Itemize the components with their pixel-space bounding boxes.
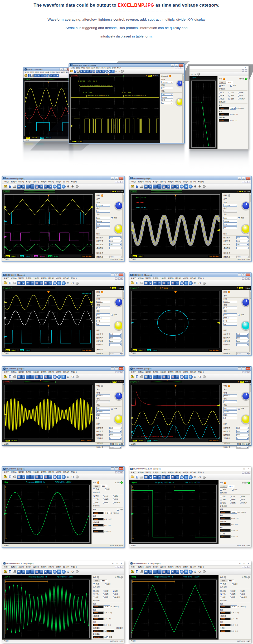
rise-edge-icon[interactable]: ∏ xyxy=(30,281,34,285)
rise-edge-icon[interactable]: ∏ xyxy=(157,570,161,574)
minimize-button[interactable]: – xyxy=(235,67,239,69)
bus-decode-plot[interactable]: ID 1234 BC DATA 01 EF12EFABCD EFF 8 - 88… xyxy=(70,77,159,140)
radio-button[interactable] xyxy=(93,590,95,592)
radio-option[interactable]: 正弦 xyxy=(220,495,230,498)
menu-item[interactable]: 设置(S) xyxy=(18,471,24,473)
channel-badge[interactable]: CH4~ 5.00V xyxy=(47,255,59,257)
radio-button[interactable] xyxy=(103,502,105,504)
trigger-mode-select[interactable]: 边沿 xyxy=(109,427,121,429)
auto-set-icon[interactable]: 16 xyxy=(180,475,184,479)
mdi-restore-button[interactable]: □ xyxy=(118,278,120,280)
mdi-minimize-button[interactable]: – xyxy=(115,471,117,473)
radio-option[interactable]: 正弦 xyxy=(93,495,103,497)
open-icon[interactable] xyxy=(25,74,27,77)
save-icon[interactable] xyxy=(135,185,139,189)
menu-item[interactable]: 视图(V) xyxy=(138,277,144,280)
maximize-button[interactable]: □ xyxy=(175,64,178,67)
pause-icon[interactable]: ‖ xyxy=(189,375,193,379)
rise-edge-icon[interactable]: ∏ xyxy=(157,185,161,189)
menu-item[interactable]: 辅助(U) xyxy=(183,471,188,474)
radio-button[interactable] xyxy=(93,495,95,497)
phase-value-field[interactable]: 0.000 xyxy=(220,529,231,532)
mdi-minimize-button[interactable]: – xyxy=(242,566,244,568)
menu-item[interactable]: 显示(D) xyxy=(40,72,44,73)
mdi-close-button[interactable]: × xyxy=(247,181,250,183)
waveform-plot[interactable] xyxy=(4,385,93,439)
vertical-scale-spinner[interactable]: 500mV xyxy=(96,317,110,319)
coupling-select[interactable]: 交流 xyxy=(96,223,110,226)
maximize-button[interactable]: □ xyxy=(115,562,119,565)
play-icon[interactable]: ▶ xyxy=(57,185,61,189)
format-select[interactable]: Y-T xyxy=(161,87,173,89)
close-button[interactable]: × xyxy=(119,177,123,180)
close-button[interactable]: × xyxy=(244,67,247,69)
pause-icon[interactable]: ‖ xyxy=(189,475,193,479)
waveform-plot[interactable] xyxy=(131,485,217,543)
edge-type-select[interactable]: - xyxy=(109,343,121,346)
rise-edge-icon[interactable]: ∏ xyxy=(30,185,34,189)
tab-dso[interactable]: DSO xyxy=(220,580,227,582)
menu-item[interactable]: 显示(D) xyxy=(26,371,31,373)
sec-div-select[interactable]: 500.0us xyxy=(223,204,237,207)
yshift-value-field[interactable]: 0.000 xyxy=(220,523,231,526)
menu-item[interactable]: 视图(V) xyxy=(30,72,34,73)
edge-type-select[interactable]: - xyxy=(236,247,249,249)
vertical-scale-spinner[interactable]: 50.0mV xyxy=(96,410,110,413)
format-select[interactable]: Y-T xyxy=(96,307,110,309)
print-icon[interactable] xyxy=(139,570,143,574)
menu-item[interactable]: 显示(D) xyxy=(153,471,158,474)
trigger-setup-icon[interactable]: T xyxy=(26,185,30,189)
vertical-setup-icon[interactable]: V xyxy=(21,375,25,379)
print-icon[interactable] xyxy=(12,375,16,379)
pause-icon[interactable]: ‖ xyxy=(189,570,193,574)
play-icon[interactable]: ▶ xyxy=(57,570,61,574)
waveform-plot[interactable]: 1.00000KHz xyxy=(4,291,93,348)
print-icon[interactable] xyxy=(139,375,143,379)
radio-option[interactable]: 高斯 xyxy=(113,593,123,595)
menu-item[interactable]: 光标(C) xyxy=(160,371,166,373)
vertical-setup-icon[interactable]: V xyxy=(148,475,152,479)
menu-item[interactable]: 文件(F) xyxy=(131,566,136,568)
tab-dds[interactable]: DDS xyxy=(227,485,234,488)
amp-value-field[interactable]: 2.000 xyxy=(220,612,231,614)
menu-item[interactable]: 窗口(W) xyxy=(112,67,116,69)
pause-icon[interactable]: ‖ xyxy=(62,475,66,479)
cursor-icon[interactable]: ↖ xyxy=(175,281,179,285)
close-button[interactable]: × xyxy=(179,64,183,67)
network-icon[interactable] xyxy=(202,375,206,379)
menu-item[interactable]: 获取(A) xyxy=(56,72,60,73)
close-button[interactable]: × xyxy=(119,274,123,276)
trigger-setup-icon[interactable]: T xyxy=(153,185,157,189)
maximize-button[interactable]: □ xyxy=(115,467,118,470)
edge-type-select[interactable]: - xyxy=(236,343,249,346)
data-length-value[interactable]: 4096 xyxy=(109,352,121,355)
minimize-button[interactable]: – xyxy=(111,274,114,276)
open-icon[interactable] xyxy=(3,185,7,189)
scrollbar-thumb[interactable] xyxy=(123,292,124,299)
rise-edge-icon[interactable]: ∏ xyxy=(157,281,161,285)
zoom-out-icon[interactable]: ⊖ xyxy=(198,185,202,189)
waveform-preview-scrollbar[interactable] xyxy=(24,381,56,383)
menu-item[interactable]: 光标(C) xyxy=(33,277,39,280)
channel-badge[interactable]: CH1~ 200mV xyxy=(5,255,17,257)
menu-item[interactable]: 帮助(H) xyxy=(198,277,203,280)
play-icon[interactable]: ▶ xyxy=(184,281,188,285)
print-icon[interactable] xyxy=(77,70,80,73)
scrollbar-thumb[interactable] xyxy=(250,386,251,392)
menu-item[interactable]: 显示(D) xyxy=(26,471,31,473)
menu-item[interactable]: 窗口(W) xyxy=(63,566,69,568)
fit-screen-icon[interactable]: ⊞ xyxy=(166,281,170,285)
radio-button[interactable] xyxy=(103,499,105,500)
tab-dso[interactable]: DSO xyxy=(220,485,227,488)
cursor-icon[interactable]: ↖ xyxy=(175,375,179,379)
pause-icon[interactable]: ‖ xyxy=(111,70,114,73)
cursor-icon[interactable]: ↖ xyxy=(48,570,52,574)
auto-set-icon[interactable]: 16 xyxy=(180,185,184,189)
yshift-value-field[interactable]: 0.000 xyxy=(220,618,231,620)
minimize-button[interactable]: – xyxy=(238,562,242,565)
trigger-setup-icon[interactable]: T xyxy=(153,375,157,379)
menu-item[interactable]: 文件(F) xyxy=(131,471,136,474)
scrollbar-thumb[interactable] xyxy=(183,76,184,83)
radio-option[interactable]: 正弦 xyxy=(220,590,230,592)
mdi-minimize-button[interactable]: – xyxy=(242,371,244,373)
